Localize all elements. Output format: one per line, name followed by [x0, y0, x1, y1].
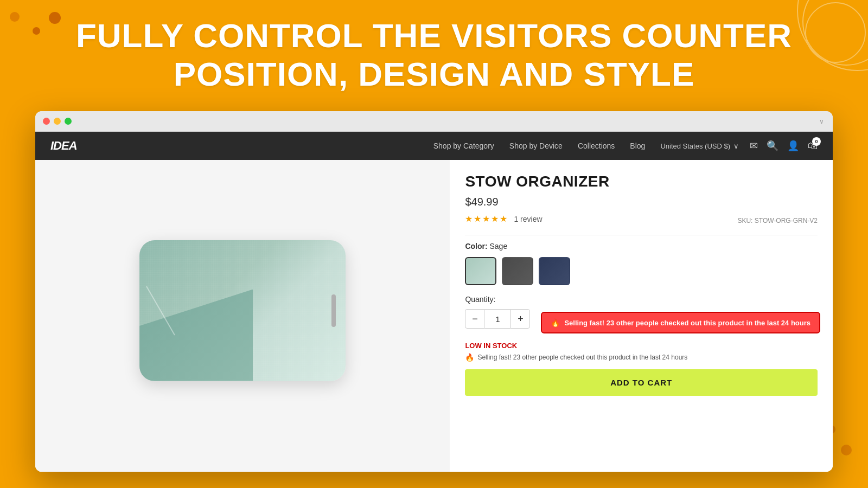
- browser-chrome-bar: ∨: [35, 111, 833, 132]
- nav-icons: ✉ 🔍 👤 🛍 0: [750, 140, 818, 152]
- browser-window: ∨ IDEA Shop by Category Shop by Device C…: [35, 111, 833, 472]
- rating-row: ★★★★★ 1 review SKU: STOW-ORG-GRN-V2: [465, 214, 818, 227]
- color-value: Sage: [490, 242, 508, 251]
- cart-badge: 0: [812, 137, 821, 146]
- product-page: STOW ORGANIZER $49.99 ★★★★★ 1 review SKU…: [35, 160, 833, 472]
- sku-value: STOW-ORG-GRN-V2: [755, 217, 818, 224]
- low-stock-label: LOW IN STOCK: [465, 342, 818, 350]
- nav-link-collections[interactable]: Collections: [578, 142, 615, 150]
- urgency-inline-text: Selling fast! 23 other people checked ou…: [477, 354, 687, 361]
- cart-icon[interactable]: 🛍 0: [808, 140, 818, 152]
- bag-visual: [139, 240, 346, 381]
- sku: SKU: STOW-ORG-GRN-V2: [737, 217, 818, 224]
- hero-line1: FULLY CONTROL THE VISITORS COUNTER: [76, 17, 792, 54]
- sku-label: SKU:: [737, 217, 752, 224]
- divider-1: [465, 235, 818, 235]
- color-swatch-sage[interactable]: [465, 257, 496, 285]
- product-price: $49.99: [465, 196, 818, 208]
- fire-icon: 🔥: [551, 318, 560, 327]
- store-logo: IDEA: [50, 139, 77, 153]
- browser-dot-close[interactable]: [43, 118, 50, 125]
- region-arrow-icon: ∨: [733, 142, 739, 150]
- bag-zipper: [331, 294, 336, 327]
- account-icon[interactable]: 👤: [787, 140, 799, 152]
- nav-link-device[interactable]: Shop by Device: [509, 142, 563, 150]
- quantity-label: Quantity:: [465, 295, 818, 304]
- mail-icon[interactable]: ✉: [750, 140, 758, 152]
- browser-dot-maximize[interactable]: [65, 118, 72, 125]
- stars: ★★★★★: [465, 214, 508, 224]
- region-label: United States (USD $): [660, 142, 730, 150]
- color-label: Color: Sage: [465, 242, 818, 251]
- product-details: STOW ORGANIZER $49.99 ★★★★★ 1 review SKU…: [450, 160, 833, 472]
- quantity-value: 1: [484, 309, 510, 329]
- color-swatches: [465, 257, 818, 285]
- nav-links: Shop by Category Shop by Device Collecti…: [433, 142, 646, 150]
- color-swatch-charcoal[interactable]: [502, 257, 533, 285]
- product-rating: ★★★★★ 1 review: [465, 214, 542, 224]
- quantity-row: − 1 + 🔥 Selling fast! 23 other people ch…: [465, 309, 818, 336]
- browser-chevron-icon: ∨: [819, 118, 824, 125]
- product-image-area: [35, 160, 450, 472]
- nav-link-blog[interactable]: Blog: [630, 142, 645, 150]
- urgency-tooltip: 🔥 Selling fast! 23 other people checked …: [541, 312, 820, 333]
- quantity-plus-button[interactable]: +: [510, 309, 530, 329]
- deco-circle-4: [841, 445, 852, 455]
- quantity-minus-button[interactable]: −: [465, 309, 484, 329]
- add-to-cart-button[interactable]: ADD TO CART: [465, 369, 818, 396]
- product-title: STOW ORGANIZER: [465, 173, 818, 190]
- browser-dot-minimize[interactable]: [54, 118, 61, 125]
- browser-dots: [43, 118, 72, 125]
- color-swatch-navy[interactable]: [539, 257, 570, 285]
- nav-link-category[interactable]: Shop by Category: [433, 142, 494, 150]
- review-count: 1 review: [514, 215, 542, 223]
- product-image: [139, 240, 346, 392]
- fire-inline-icon: 🔥: [465, 353, 474, 362]
- store-navbar: IDEA Shop by Category Shop by Device Col…: [35, 132, 833, 160]
- nav-region-selector[interactable]: United States (USD $) ∨: [660, 142, 739, 150]
- hero-line2: POSITION, DESIGN AND STYLE: [174, 55, 695, 93]
- search-icon[interactable]: 🔍: [767, 140, 778, 152]
- hero-section: FULLY CONTROL THE VISITORS COUNTER POSIT…: [0, 16, 868, 94]
- hero-title: FULLY CONTROL THE VISITORS COUNTER POSIT…: [43, 16, 825, 94]
- low-stock-area: LOW IN STOCK 🔥 Selling fast! 23 other pe…: [465, 342, 818, 362]
- quantity-control: − 1 +: [465, 309, 530, 329]
- urgency-inline: 🔥 Selling fast! 23 other people checked …: [465, 353, 818, 362]
- urgency-tooltip-text: Selling fast! 23 other people checked ou…: [564, 319, 810, 327]
